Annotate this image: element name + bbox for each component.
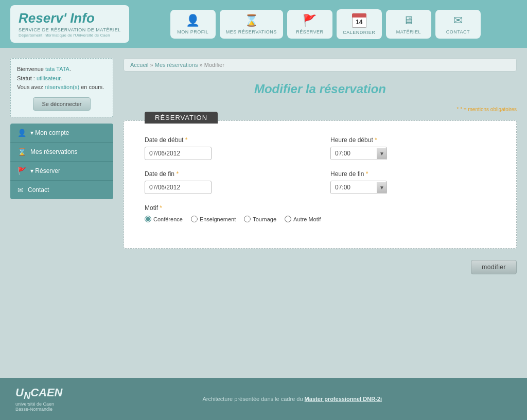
nav-item-calendrier[interactable]: 14 Calendrier — [337, 9, 382, 39]
sidebar-item-mes-reservations[interactable]: ⌛ Mes réservations — [10, 143, 113, 162]
nav-label-contact: Contact — [446, 29, 470, 34]
sidebar-item-reserver-label: ▾ Réserver — [30, 167, 60, 174]
status-link[interactable]: utilisateur — [37, 75, 60, 81]
form-tab: Réservation — [145, 112, 218, 124]
sidebar-item-mes-reservations-label: Mes réservations — [30, 148, 77, 155]
motif-enseignement[interactable]: Enseignement — [191, 216, 236, 222]
date-debut-input[interactable] — [145, 147, 212, 160]
heure-debut-input[interactable] — [331, 147, 377, 160]
main-panel: Accueil » Mes réservations » Modifier Mo… — [124, 58, 517, 367]
status-label: Statut : — [17, 75, 37, 81]
submit-wrap: modifier — [124, 260, 517, 274]
logo: Reserv' Info SERVICE DE RÉSERVATION DE M… — [10, 5, 129, 43]
site-footer: UNCAEN université de CaenBasse-Normandie… — [0, 378, 527, 420]
date-fin-input[interactable] — [145, 181, 212, 194]
motif-conference[interactable]: Conférence — [145, 216, 183, 222]
nav-item-mon-profil[interactable]: 👤 Mon profil — [170, 10, 216, 39]
sidebar-menu: 👤 ▾ Mon compte ⌛ Mes réservations 🚩 ▾ Ré… — [10, 124, 113, 199]
motif-radio-group: Conférence Enseignement Tournage Autre M… — [145, 216, 496, 222]
heure-debut-group: Heure de début * ▼ — [330, 136, 496, 160]
monitor-icon: 🖥 — [403, 14, 414, 27]
breadcrumb-accueil[interactable]: Accueil — [130, 62, 148, 68]
date-fin-group: Date de fin * — [145, 170, 310, 194]
sidebar-item-mon-compte[interactable]: 👤 ▾ Mon compte — [10, 124, 113, 143]
university-logo: UNCAEN — [15, 386, 62, 401]
nav-label-reserver: Réserver — [296, 29, 323, 34]
content-wrapper: Bienvenue tata TATA. Statut : utilisateu… — [0, 48, 527, 378]
flag-icon: 🚩 — [303, 14, 317, 27]
motif-row: Motif * Conférence Enseignement Tournage — [145, 204, 496, 222]
logo-subtitle: SERVICE DE RÉSERVATION DE MATÉRIEL — [19, 27, 121, 32]
university-name: université de CaenBasse-Normandie — [15, 401, 62, 412]
nav-label-materiel: Matériel — [396, 29, 421, 34]
nav-item-contact[interactable]: ✉ Contact — [435, 10, 481, 39]
date-fin-label: Date de fin * — [145, 170, 310, 178]
date-debut-group: Date de début * — [145, 136, 310, 160]
page-title: Modifier la réservation — [124, 82, 517, 96]
breadcrumb-mes-reservations[interactable]: Mes réservations — [155, 62, 198, 68]
envelope-icon: ✉ — [453, 14, 463, 27]
motif-tournage[interactable]: Tournage — [244, 216, 276, 222]
nav-item-reserver[interactable]: 🚩 Réserver — [287, 10, 332, 39]
sidebar-item-reserver[interactable]: 🚩 ▾ Réserver — [10, 162, 113, 181]
user-info-box: Bienvenue tata TATA. Statut : utilisateu… — [10, 58, 113, 117]
footer-logo: UNCAEN université de CaenBasse-Normandie — [15, 386, 62, 412]
reservation-text: Vous avez — [17, 84, 43, 90]
nav-label-mes-reservations: Mes réservations — [226, 29, 277, 34]
reservation-suffix: en cours. — [81, 84, 104, 90]
hourglass-icon: ⌛ — [17, 148, 26, 156]
breadcrumb-modifier: Modifier — [204, 62, 224, 68]
heure-debut-dropdown-btn[interactable]: ▼ — [377, 148, 387, 159]
sidebar-item-mon-compte-label: ▾ Mon compte — [30, 129, 69, 136]
footer-link[interactable]: Master professionnel DNR-2i — [305, 396, 382, 402]
heure-debut-select-wrap: ▼ — [330, 147, 387, 160]
date-debut-label: Date de début * — [145, 136, 310, 144]
heure-fin-dropdown-btn[interactable]: ▼ — [377, 182, 387, 193]
motif-autre[interactable]: Autre Motif — [285, 216, 321, 222]
logo-dept: Département Informatique de l'Université… — [19, 33, 121, 38]
logo-title: Reserv' Info — [19, 10, 121, 26]
reservation-link[interactable]: réservation(s) — [45, 84, 79, 90]
heure-fin-select-wrap: ▼ — [330, 181, 387, 194]
modifier-button[interactable]: modifier — [471, 260, 517, 274]
sidebar-item-contact-label: Contact — [28, 186, 49, 194]
breadcrumb: Accueil » Mes réservations » Modifier — [124, 58, 517, 72]
main-nav: 👤 Mon profil ⌛ Mes réservations 🚩 Réserv… — [134, 5, 517, 43]
heure-debut-label: Heure de début * — [330, 136, 496, 144]
motif-label: Motif * — [145, 204, 496, 212]
required-star: * — [457, 107, 459, 112]
form-card: Réservation Date de début * Heure de déb… — [124, 120, 517, 249]
date-debut-row: Date de début * Heure de début * ▼ — [145, 136, 496, 160]
user-icon: 👤 — [17, 129, 26, 137]
nav-item-materiel[interactable]: 🖥 Matériel — [386, 10, 431, 39]
nav-item-mes-reservations[interactable]: ⌛ Mes réservations — [220, 10, 283, 39]
site-header: Reserv' Info SERVICE DE RÉSERVATION DE M… — [0, 0, 527, 48]
flag-icon: 🚩 — [17, 167, 26, 175]
nav-label-mon-profil: Mon profil — [177, 29, 208, 34]
date-fin-row: Date de fin * Heure de fin * ▼ — [145, 170, 496, 194]
username-link[interactable]: tata TATA — [45, 66, 69, 72]
greeting-text: Bienvenue — [17, 66, 44, 72]
calendar-icon: 14 — [352, 13, 366, 28]
heure-fin-input[interactable] — [331, 181, 377, 194]
hourglass-icon: ⌛ — [244, 14, 258, 27]
heure-fin-group: Heure de fin * ▼ — [330, 170, 496, 194]
sidebar: Bienvenue tata TATA. Statut : utilisateu… — [10, 58, 113, 367]
footer-text: Architecture présentée dans le cadre du … — [73, 396, 512, 402]
user-icon: 👤 — [186, 14, 200, 27]
nav-label-calendrier: Calendrier — [343, 30, 375, 35]
heure-fin-label: Heure de fin * — [330, 170, 496, 178]
envelope-icon: ✉ — [17, 186, 24, 194]
sidebar-item-contact[interactable]: ✉ Contact — [10, 181, 113, 199]
disconnect-button[interactable]: Se déconnecter — [33, 97, 90, 111]
